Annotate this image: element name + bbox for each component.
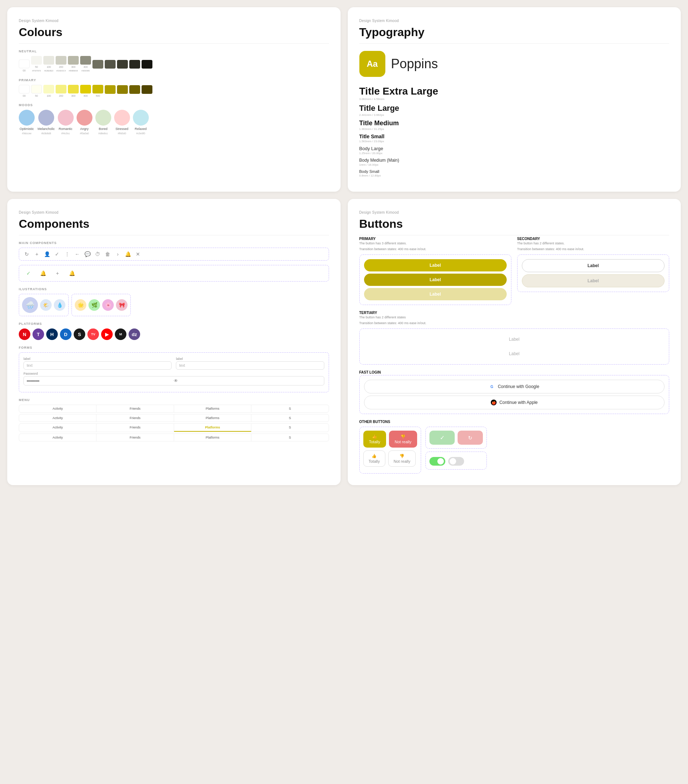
- typo-s: Title Small 1.563rem / 23.09px: [360, 133, 670, 143]
- illustration-group-2: 🌟 🌿 🌸 🎀: [71, 294, 131, 316]
- menu-item-s[interactable]: S: [251, 414, 328, 422]
- menu-item-s[interactable]: S: [251, 424, 328, 432]
- google-login-button[interactable]: G Continue with Google: [364, 380, 665, 394]
- user-icon[interactable]: 👤: [44, 251, 50, 257]
- menu-label: MENU: [19, 398, 329, 402]
- moods-label: MOODS: [19, 103, 329, 107]
- toolbar-demo: ↻ + 👤 ✓ ⋮ ← 💬 ⏱ 🗑 › 🔔 ✕: [19, 248, 329, 260]
- typo-m: Title Medium 1.963rem / 31.25px: [360, 119, 670, 131]
- menu-item-platforms-active[interactable]: Platforms: [174, 424, 251, 432]
- netflix-icon[interactable]: N: [19, 328, 30, 340]
- svg-text:G: G: [490, 385, 493, 389]
- apple-tv-icon[interactable]: TV: [87, 328, 99, 340]
- blob-5: 🌿: [89, 299, 100, 311]
- not-really-outline-label: Not really: [394, 459, 410, 463]
- illustrations-label: ILUSTRATIONS: [19, 287, 329, 291]
- menu-item-activity[interactable]: Activity: [19, 424, 96, 432]
- tertiary-transition: Transition between states: 400 ms ease i…: [360, 321, 670, 325]
- delete-icon[interactable]: 🗑: [104, 251, 111, 257]
- buttons-design-system-label: Design System Kimood: [360, 211, 670, 214]
- not-really-button-filled[interactable]: 👎 Not really: [389, 431, 417, 448]
- toggle-off[interactable]: [448, 457, 464, 466]
- menu-item-s[interactable]: S: [251, 405, 328, 412]
- color-swatch: 50 #F5F5F0: [31, 56, 42, 72]
- add-icon[interactable]: +: [34, 251, 40, 257]
- menu-item-activity[interactable]: Activity: [19, 414, 96, 422]
- apple-login-button[interactable]: 🍎 Continue with Apple: [364, 395, 665, 409]
- menu-item-friends[interactable]: Friends: [96, 434, 174, 441]
- eye-icon[interactable]: 👁: [174, 378, 321, 383]
- check-button[interactable]: ✓: [429, 431, 455, 445]
- bell-notify-icon[interactable]: 🔔: [67, 268, 77, 278]
- menu-item-platforms[interactable]: Platforms: [174, 405, 251, 412]
- whatsapp-icon[interactable]: 💬: [84, 251, 91, 257]
- totally-button-outline[interactable]: 👍 Totally: [363, 450, 385, 467]
- close-icon[interactable]: ✕: [135, 251, 141, 257]
- bell-small-icon[interactable]: 🔔: [38, 268, 48, 278]
- check-small-icon[interactable]: ✓: [23, 268, 34, 278]
- check-icon[interactable]: ✓: [54, 251, 60, 257]
- apple-login-label: Continue with Apple: [500, 400, 538, 405]
- color-swatch: 600: [105, 60, 115, 72]
- moods-row: Optimistic #9dccee Melancholic #b0b8d8 R…: [19, 110, 329, 135]
- color-swatch: 100 #E8E8E0: [43, 56, 54, 72]
- color-swatch: 50: [31, 85, 42, 97]
- menu-item-activity[interactable]: Activity: [19, 405, 96, 412]
- deezer-icon[interactable]: dz: [129, 328, 140, 340]
- menu-item-platforms[interactable]: Platforms: [174, 434, 251, 441]
- primary-button-default[interactable]: Label: [364, 259, 507, 272]
- disney-icon[interactable]: D: [60, 328, 71, 340]
- primary-button-hover[interactable]: Label: [364, 273, 507, 286]
- colours-title: Colours: [19, 26, 329, 44]
- color-swatch: 00: [19, 85, 30, 97]
- tertiary-button-2[interactable]: Label: [364, 348, 665, 360]
- secondary-transition: Transition between states: 400 ms ease i…: [517, 247, 669, 251]
- more-icon[interactable]: ⋮: [64, 251, 71, 257]
- mood-item-optimistic: Optimistic #9dccee: [19, 110, 35, 135]
- add-small-icon[interactable]: +: [52, 268, 63, 278]
- blob-6: 🌸: [102, 299, 114, 311]
- menu-item-friends[interactable]: Friends: [96, 405, 174, 412]
- spotify-dark-icon[interactable]: S: [74, 328, 85, 340]
- menu-item-friends[interactable]: Friends: [96, 414, 174, 422]
- back-icon[interactable]: ←: [74, 251, 81, 257]
- colours-design-system-label: Design System Kimood: [19, 19, 329, 23]
- fast-login-label: FAST LOGIN: [360, 371, 670, 374]
- thumb-down-outline-icon: 👎: [399, 454, 404, 458]
- color-swatch: 00: [19, 59, 30, 72]
- tertiary-buttons-box: Label Label: [360, 328, 670, 364]
- toggle-on[interactable]: [429, 457, 445, 466]
- thumb-up-outline-icon: 👍: [372, 454, 377, 458]
- check-refresh-row: ✓ ↻: [429, 431, 483, 445]
- totally-button-filled[interactable]: 👍 Totally: [363, 431, 386, 448]
- forward-icon[interactable]: ›: [114, 251, 121, 257]
- not-really-button-outline[interactable]: 👎 Not really: [388, 450, 416, 467]
- tertiary-button-1[interactable]: Label: [364, 333, 665, 346]
- bell-icon[interactable]: 🔔: [125, 251, 131, 257]
- mood-item-melancholic: Melancholic #b0b8d8: [38, 110, 55, 135]
- menu-item-activity[interactable]: Activity: [19, 434, 96, 441]
- form-field-1: label text: [23, 357, 172, 370]
- refresh-button[interactable]: ↻: [458, 431, 483, 445]
- refresh-icon[interactable]: ↻: [23, 251, 30, 257]
- secondary-desc: The button has 2 different states.: [517, 242, 669, 245]
- fast-login-section: FAST LOGIN G Continue with Google 🍎 Cont…: [360, 371, 670, 414]
- illustrations-row: 🌧️ 🌤️ 💧 🌟 🌿 🌸 🎀: [19, 294, 329, 316]
- color-swatch: 800: [129, 85, 140, 97]
- mubi-icon[interactable]: M: [115, 328, 126, 340]
- color-swatch: 400: [80, 85, 91, 97]
- timer-icon[interactable]: ⏱: [94, 251, 101, 257]
- twitch-icon[interactable]: T: [33, 328, 44, 340]
- blob-7: 🎀: [116, 299, 127, 311]
- totally-outline-label: Totally: [369, 459, 380, 463]
- menu-item-s[interactable]: S: [251, 434, 328, 441]
- not-really-label: Not really: [395, 440, 411, 444]
- menu-item-platforms[interactable]: Platforms: [174, 414, 251, 422]
- primary-desc: The button has 3 different states.: [360, 242, 511, 245]
- secondary-button-default[interactable]: Label: [522, 259, 665, 272]
- menu-item-friends[interactable]: Friends: [96, 424, 174, 432]
- youtube-icon[interactable]: ▶: [101, 328, 113, 340]
- secondary-section: SECONDARY The button has 2 different sta…: [517, 237, 669, 311]
- forms-demo: label text label text Password •••••••••…: [19, 352, 329, 392]
- hbo-icon[interactable]: H: [46, 328, 58, 340]
